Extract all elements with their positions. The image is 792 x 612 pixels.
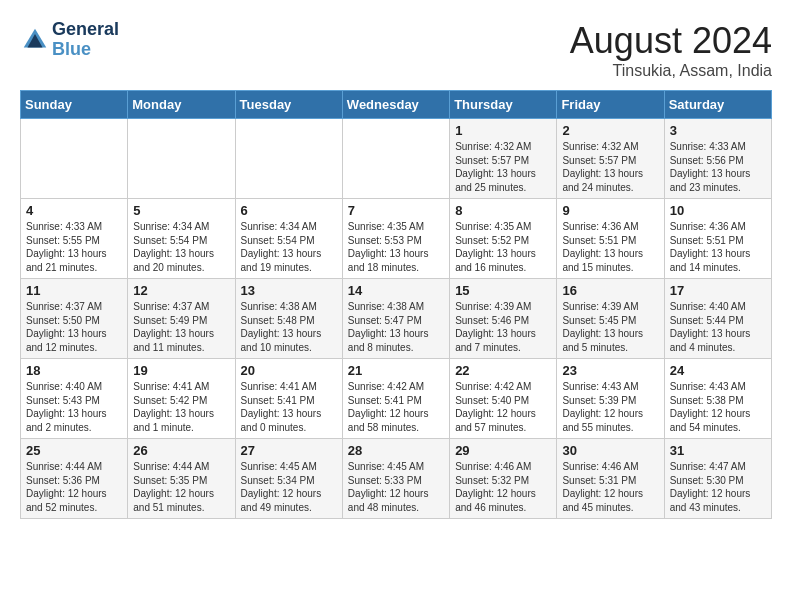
calendar-cell: 28Sunrise: 4:45 AM Sunset: 5:33 PM Dayli… xyxy=(342,439,449,519)
day-number: 29 xyxy=(455,443,551,458)
calendar-cell: 30Sunrise: 4:46 AM Sunset: 5:31 PM Dayli… xyxy=(557,439,664,519)
day-info: Sunrise: 4:44 AM Sunset: 5:35 PM Dayligh… xyxy=(133,460,229,514)
day-number: 5 xyxy=(133,203,229,218)
calendar-cell: 29Sunrise: 4:46 AM Sunset: 5:32 PM Dayli… xyxy=(450,439,557,519)
day-info: Sunrise: 4:46 AM Sunset: 5:32 PM Dayligh… xyxy=(455,460,551,514)
day-number: 25 xyxy=(26,443,122,458)
calendar-cell: 23Sunrise: 4:43 AM Sunset: 5:39 PM Dayli… xyxy=(557,359,664,439)
header-row: SundayMondayTuesdayWednesdayThursdayFrid… xyxy=(21,91,772,119)
calendar-cell: 18Sunrise: 4:40 AM Sunset: 5:43 PM Dayli… xyxy=(21,359,128,439)
header-cell-saturday: Saturday xyxy=(664,91,771,119)
day-number: 12 xyxy=(133,283,229,298)
calendar-cell: 13Sunrise: 4:38 AM Sunset: 5:48 PM Dayli… xyxy=(235,279,342,359)
day-number: 6 xyxy=(241,203,337,218)
day-number: 22 xyxy=(455,363,551,378)
calendar-cell: 5Sunrise: 4:34 AM Sunset: 5:54 PM Daylig… xyxy=(128,199,235,279)
day-info: Sunrise: 4:40 AM Sunset: 5:43 PM Dayligh… xyxy=(26,380,122,434)
calendar-cell xyxy=(21,119,128,199)
day-number: 4 xyxy=(26,203,122,218)
calendar-cell: 12Sunrise: 4:37 AM Sunset: 5:49 PM Dayli… xyxy=(128,279,235,359)
calendar-cell: 7Sunrise: 4:35 AM Sunset: 5:53 PM Daylig… xyxy=(342,199,449,279)
calendar-cell: 16Sunrise: 4:39 AM Sunset: 5:45 PM Dayli… xyxy=(557,279,664,359)
day-number: 10 xyxy=(670,203,766,218)
day-info: Sunrise: 4:42 AM Sunset: 5:41 PM Dayligh… xyxy=(348,380,444,434)
calendar-cell: 2Sunrise: 4:32 AM Sunset: 5:57 PM Daylig… xyxy=(557,119,664,199)
calendar-cell xyxy=(128,119,235,199)
day-info: Sunrise: 4:47 AM Sunset: 5:30 PM Dayligh… xyxy=(670,460,766,514)
calendar-cell: 27Sunrise: 4:45 AM Sunset: 5:34 PM Dayli… xyxy=(235,439,342,519)
day-info: Sunrise: 4:34 AM Sunset: 5:54 PM Dayligh… xyxy=(133,220,229,274)
day-info: Sunrise: 4:45 AM Sunset: 5:34 PM Dayligh… xyxy=(241,460,337,514)
header-cell-tuesday: Tuesday xyxy=(235,91,342,119)
day-number: 26 xyxy=(133,443,229,458)
header-cell-wednesday: Wednesday xyxy=(342,91,449,119)
calendar-cell: 11Sunrise: 4:37 AM Sunset: 5:50 PM Dayli… xyxy=(21,279,128,359)
day-info: Sunrise: 4:32 AM Sunset: 5:57 PM Dayligh… xyxy=(562,140,658,194)
day-number: 16 xyxy=(562,283,658,298)
calendar-cell: 10Sunrise: 4:36 AM Sunset: 5:51 PM Dayli… xyxy=(664,199,771,279)
day-info: Sunrise: 4:37 AM Sunset: 5:50 PM Dayligh… xyxy=(26,300,122,354)
day-number: 24 xyxy=(670,363,766,378)
day-info: Sunrise: 4:42 AM Sunset: 5:40 PM Dayligh… xyxy=(455,380,551,434)
day-info: Sunrise: 4:45 AM Sunset: 5:33 PM Dayligh… xyxy=(348,460,444,514)
day-info: Sunrise: 4:33 AM Sunset: 5:55 PM Dayligh… xyxy=(26,220,122,274)
calendar-cell: 9Sunrise: 4:36 AM Sunset: 5:51 PM Daylig… xyxy=(557,199,664,279)
calendar-week-4: 18Sunrise: 4:40 AM Sunset: 5:43 PM Dayli… xyxy=(21,359,772,439)
calendar-cell: 20Sunrise: 4:41 AM Sunset: 5:41 PM Dayli… xyxy=(235,359,342,439)
day-number: 13 xyxy=(241,283,337,298)
day-info: Sunrise: 4:38 AM Sunset: 5:47 PM Dayligh… xyxy=(348,300,444,354)
calendar-header: SundayMondayTuesdayWednesdayThursdayFrid… xyxy=(21,91,772,119)
calendar-cell: 22Sunrise: 4:42 AM Sunset: 5:40 PM Dayli… xyxy=(450,359,557,439)
calendar-week-3: 11Sunrise: 4:37 AM Sunset: 5:50 PM Dayli… xyxy=(21,279,772,359)
logo-text: General Blue xyxy=(52,20,119,60)
calendar-cell: 3Sunrise: 4:33 AM Sunset: 5:56 PM Daylig… xyxy=(664,119,771,199)
day-number: 23 xyxy=(562,363,658,378)
calendar-week-1: 1Sunrise: 4:32 AM Sunset: 5:57 PM Daylig… xyxy=(21,119,772,199)
day-number: 28 xyxy=(348,443,444,458)
page-title: August 2024 xyxy=(570,20,772,62)
calendar-cell: 25Sunrise: 4:44 AM Sunset: 5:36 PM Dayli… xyxy=(21,439,128,519)
day-info: Sunrise: 4:39 AM Sunset: 5:46 PM Dayligh… xyxy=(455,300,551,354)
page-header: General Blue August 2024 Tinsukia, Assam… xyxy=(20,20,772,80)
day-info: Sunrise: 4:36 AM Sunset: 5:51 PM Dayligh… xyxy=(562,220,658,274)
day-info: Sunrise: 4:35 AM Sunset: 5:52 PM Dayligh… xyxy=(455,220,551,274)
calendar-cell: 24Sunrise: 4:43 AM Sunset: 5:38 PM Dayli… xyxy=(664,359,771,439)
day-info: Sunrise: 4:39 AM Sunset: 5:45 PM Dayligh… xyxy=(562,300,658,354)
calendar-week-2: 4Sunrise: 4:33 AM Sunset: 5:55 PM Daylig… xyxy=(21,199,772,279)
day-info: Sunrise: 4:36 AM Sunset: 5:51 PM Dayligh… xyxy=(670,220,766,274)
day-info: Sunrise: 4:35 AM Sunset: 5:53 PM Dayligh… xyxy=(348,220,444,274)
calendar-cell: 21Sunrise: 4:42 AM Sunset: 5:41 PM Dayli… xyxy=(342,359,449,439)
calendar-cell: 26Sunrise: 4:44 AM Sunset: 5:35 PM Dayli… xyxy=(128,439,235,519)
header-cell-monday: Monday xyxy=(128,91,235,119)
day-number: 3 xyxy=(670,123,766,138)
day-number: 21 xyxy=(348,363,444,378)
header-cell-friday: Friday xyxy=(557,91,664,119)
day-number: 19 xyxy=(133,363,229,378)
calendar-cell: 31Sunrise: 4:47 AM Sunset: 5:30 PM Dayli… xyxy=(664,439,771,519)
day-number: 2 xyxy=(562,123,658,138)
day-info: Sunrise: 4:41 AM Sunset: 5:42 PM Dayligh… xyxy=(133,380,229,434)
day-info: Sunrise: 4:41 AM Sunset: 5:41 PM Dayligh… xyxy=(241,380,337,434)
day-info: Sunrise: 4:38 AM Sunset: 5:48 PM Dayligh… xyxy=(241,300,337,354)
day-info: Sunrise: 4:43 AM Sunset: 5:39 PM Dayligh… xyxy=(562,380,658,434)
calendar-cell: 15Sunrise: 4:39 AM Sunset: 5:46 PM Dayli… xyxy=(450,279,557,359)
calendar-body: 1Sunrise: 4:32 AM Sunset: 5:57 PM Daylig… xyxy=(21,119,772,519)
calendar-cell: 8Sunrise: 4:35 AM Sunset: 5:52 PM Daylig… xyxy=(450,199,557,279)
calendar-cell: 4Sunrise: 4:33 AM Sunset: 5:55 PM Daylig… xyxy=(21,199,128,279)
day-number: 7 xyxy=(348,203,444,218)
logo: General Blue xyxy=(20,20,119,60)
calendar-cell: 14Sunrise: 4:38 AM Sunset: 5:47 PM Dayli… xyxy=(342,279,449,359)
calendar-cell: 19Sunrise: 4:41 AM Sunset: 5:42 PM Dayli… xyxy=(128,359,235,439)
day-info: Sunrise: 4:32 AM Sunset: 5:57 PM Dayligh… xyxy=(455,140,551,194)
day-info: Sunrise: 4:44 AM Sunset: 5:36 PM Dayligh… xyxy=(26,460,122,514)
calendar-cell: 1Sunrise: 4:32 AM Sunset: 5:57 PM Daylig… xyxy=(450,119,557,199)
day-info: Sunrise: 4:46 AM Sunset: 5:31 PM Dayligh… xyxy=(562,460,658,514)
day-number: 30 xyxy=(562,443,658,458)
day-number: 9 xyxy=(562,203,658,218)
calendar-cell: 17Sunrise: 4:40 AM Sunset: 5:44 PM Dayli… xyxy=(664,279,771,359)
day-number: 15 xyxy=(455,283,551,298)
calendar-cell: 6Sunrise: 4:34 AM Sunset: 5:54 PM Daylig… xyxy=(235,199,342,279)
day-number: 14 xyxy=(348,283,444,298)
day-number: 17 xyxy=(670,283,766,298)
page-subtitle: Tinsukia, Assam, India xyxy=(570,62,772,80)
